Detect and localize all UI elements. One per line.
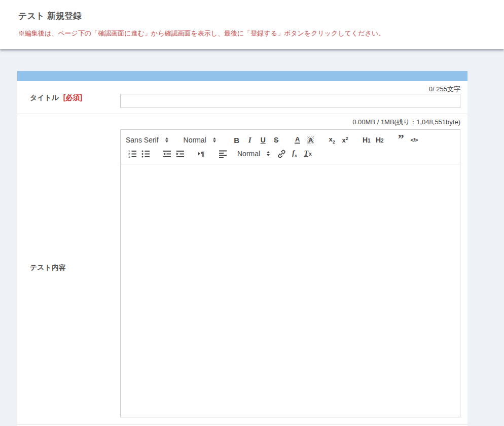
page-title: テスト 新規登録 <box>0 0 504 22</box>
subscript-icon: x2 <box>329 136 335 145</box>
size-picker-label: Normal <box>237 150 260 158</box>
italic-button[interactable]: I <box>243 134 257 146</box>
underline-button[interactable]: U <box>257 134 270 146</box>
title-input[interactable] <box>120 94 460 108</box>
size-counter: 0.00MB / 1MB(残り：1,048,551byte) <box>120 118 460 126</box>
background-color-icon: A <box>307 136 314 144</box>
bold-icon: B <box>234 136 239 145</box>
indent-group <box>160 148 187 160</box>
outdent-icon <box>162 149 172 159</box>
header1-button[interactable]: H1 <box>360 134 373 146</box>
heading-group: H1 H2 <box>360 134 386 146</box>
picker-arrows-icon <box>213 137 216 143</box>
italic-icon: I <box>248 136 251 145</box>
subscript-button[interactable]: x2 <box>326 134 339 146</box>
formula-icon: fx <box>292 149 297 158</box>
align-group <box>216 148 229 160</box>
direction-group: ¶ <box>195 148 208 160</box>
bullet-list-button[interactable] <box>139 148 152 160</box>
content-label-cell: テスト内容 <box>17 118 120 417</box>
editor-toolbar: Sans Serif Normal B I U S <box>121 130 460 164</box>
bold-button[interactable]: B <box>230 134 243 146</box>
title-label-cell: タイトル [必須] <box>17 85 120 108</box>
link-button[interactable] <box>275 148 288 160</box>
form-body: タイトル [必須] 0/ 255文字 テスト内容 0.00MB / 1MB(残り… <box>17 81 467 426</box>
bullet-list-icon <box>141 149 151 159</box>
blockquote-button[interactable]: ” <box>394 134 408 146</box>
header-picker-label: Normal <box>184 136 206 144</box>
blockquote-icon: ” <box>398 136 404 144</box>
indent-button[interactable] <box>173 148 187 160</box>
toolbar-row-2: 123 <box>126 148 455 160</box>
background-color-button[interactable]: A <box>304 134 317 146</box>
picker-arrows-icon <box>165 137 168 143</box>
font-picker-label: Sans Serif <box>126 136 159 144</box>
color-group: A A <box>291 134 317 146</box>
header1-icon: H1 <box>363 136 371 144</box>
page-header: テスト 新規登録 ※編集後は、ページ下の「確認画面に進む」から確認画面を表示し、… <box>0 0 504 49</box>
superscript-icon: x2 <box>342 136 348 144</box>
outdent-button[interactable] <box>160 148 173 160</box>
align-left-icon <box>218 149 228 159</box>
insert-group: fx Tx <box>275 148 314 160</box>
code-block-icon: </> <box>411 137 418 143</box>
link-icon <box>277 149 286 159</box>
ordered-list-icon: 123 <box>128 149 137 159</box>
indent-icon <box>175 149 185 159</box>
size-picker[interactable]: Normal <box>237 148 270 160</box>
instruction-note: ※編集後は、ページ下の「確認画面に進む」から確認画面を表示し、最後に「登録する」… <box>18 29 504 38</box>
underline-icon: U <box>261 136 266 144</box>
text-direction-icon: ¶ <box>198 150 204 158</box>
picker-arrows-icon <box>267 151 270 156</box>
clean-format-button[interactable]: Tx <box>301 148 314 160</box>
header2-button[interactable]: H2 <box>373 134 386 146</box>
code-block-button[interactable]: </> <box>408 134 421 146</box>
strikethrough-button[interactable]: S <box>270 134 283 146</box>
rich-text-editor: Sans Serif Normal B I U S <box>120 129 460 417</box>
header-picker[interactable]: Normal <box>184 134 216 146</box>
block-group: ” </> <box>394 134 421 146</box>
toolbar-row-1: Sans Serif Normal B I U S <box>126 134 455 146</box>
list-group: 123 <box>126 148 152 160</box>
content-field-cell: 0.00MB / 1MB(残り：1,048,551byte) Sans Seri… <box>120 118 467 417</box>
row-divider <box>17 424 467 426</box>
script-group: x2 x2 <box>326 134 352 146</box>
inline-format-group: B I U S <box>230 134 283 146</box>
editor-content[interactable] <box>121 164 460 417</box>
accent-bar <box>17 71 467 81</box>
title-label: タイトル <box>30 93 59 101</box>
registration-form-panel: タイトル [必須] 0/ 255文字 テスト内容 0.00MB / 1MB(残り… <box>17 71 467 426</box>
char-counter: 0/ 255文字 <box>120 85 460 93</box>
align-button[interactable] <box>216 148 229 160</box>
superscript-button[interactable]: x2 <box>339 134 352 146</box>
strikethrough-icon: S <box>274 136 278 144</box>
content-label: テスト内容 <box>30 263 66 272</box>
required-badge: [必須] <box>63 93 82 101</box>
ordered-list-button[interactable]: 123 <box>126 148 139 160</box>
clean-format-icon: Tx <box>304 150 312 158</box>
text-color-button[interactable]: A <box>291 134 304 146</box>
content-row: テスト内容 0.00MB / 1MB(残り：1,048,551byte) San… <box>17 114 467 424</box>
header2-icon: H2 <box>376 136 384 144</box>
text-direction-button[interactable]: ¶ <box>195 148 208 160</box>
text-color-icon: A <box>295 136 300 144</box>
title-row: タイトル [必須] 0/ 255文字 <box>17 81 467 114</box>
font-picker[interactable]: Sans Serif <box>126 134 168 146</box>
title-field-cell: 0/ 255文字 <box>120 85 467 108</box>
svg-text:3: 3 <box>128 155 130 158</box>
formula-button[interactable]: fx <box>288 148 301 160</box>
